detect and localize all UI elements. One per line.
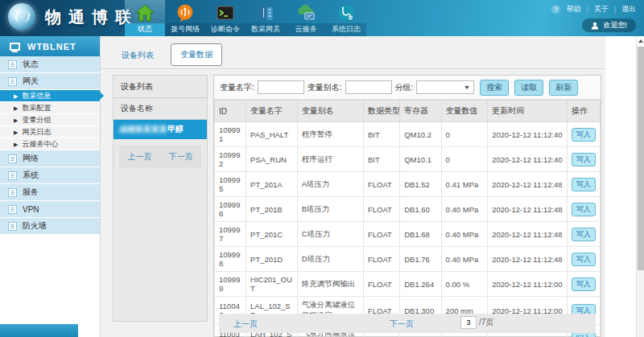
variable-table-panel: 变量名字: 变量别名: 分组: 搜索 读取 刷新 ID 变量名字 变量别名 数据… [213,75,601,337]
write-button[interactable]: 写入 [572,277,596,291]
vertical-scrollbar[interactable] [636,36,644,337]
submenu-item-label: 网关日志 [22,127,51,138]
about-link[interactable]: 关于 [594,4,609,14]
table-cell: DB1.52 [400,172,441,197]
sidebar-item-network[interactable]: 网络 [0,150,100,167]
top-nav: 状态 拨号网络 诊断命令 数采网关 云服务 [125,0,366,36]
operation-cell: 写入 [567,197,600,222]
sidebar-item-vpn[interactable]: VPN [0,201,100,218]
group-select[interactable] [416,80,474,94]
nav-item-cloud-service[interactable]: 云服务 [286,0,326,36]
table-cell: DB1.68 [400,222,441,247]
system-log-icon [336,0,356,23]
welcome-badge[interactable]: 欢迎您! [582,18,636,32]
table-cell: 0.40 MPa [441,247,488,272]
table-cell: 0.00 % [441,272,488,297]
sidebar-footer-bar [0,324,78,337]
write-button[interactable]: 写入 [572,153,596,166]
terminal-icon [216,0,235,23]
filter-bar: 变量名字: 变量别名: 分组: 搜索 读取 刷新 [214,76,601,100]
sidebar-item-status[interactable]: 状态 [0,56,100,73]
write-button[interactable]: 写入 [572,228,596,241]
variable-name-input[interactable] [258,80,304,94]
help-link[interactable]: 帮助 [566,4,580,14]
list-icon [8,205,17,214]
page-number-input[interactable] [460,316,477,329]
col-register: 寄存器 [400,101,441,122]
list-icon [8,171,17,180]
table-cell: PT_201C [246,222,298,247]
user-icon [591,22,599,30]
table-cell: FLOAT [363,172,399,197]
logout-link[interactable]: 退出 [621,4,636,14]
variable-name-label: 变量名字: [220,82,254,93]
sidebar-item-gateway[interactable]: 网关 [0,73,100,90]
variable-alias-label: 变量别名: [308,82,342,93]
nav-item-status[interactable]: 状态 [125,0,165,36]
submenu-item-variable-group[interactable]: ▶ 变量分组 [0,114,100,126]
left-sidebar: WTBLNET 状态 网关 ▶ 数采信息 ▶ 数采配置 ▶ 变量分组 ▶ 网关日… [0,36,101,337]
table-cell: 2020-12-12 11:12:48 [488,247,568,272]
table-cell: HIC201_OUT [246,272,298,297]
col-variable-value: 变量数值 [441,101,488,122]
device-next-page-link[interactable]: 下一页 [169,151,193,162]
submenu-item-label: 数采配置 [22,103,51,113]
sidebar-item-label: 状态 [23,59,39,70]
tab-variable-data[interactable]: 变量数据 [171,43,222,66]
list-icon [8,188,17,197]
write-button[interactable]: 写入 [572,128,596,142]
table-cell: FLOAT [363,222,399,247]
table-cell: PT_201A [246,172,298,197]
help-icon: ? [551,5,560,14]
submenu-item-gateway-log[interactable]: ▶ 网关日志 [0,126,100,138]
refresh-button[interactable]: 刷新 [549,80,578,96]
main-content: 设备列表 变量数据 设备列表 设备名称 成都某某某某甲醇 上一页 下一页 变量名… [101,36,605,337]
table-cell: FLOAT [363,247,399,272]
table-cell: 109991 [215,122,246,147]
submenu-item-data-config[interactable]: ▶ 数采配置 [0,102,100,114]
table-cell: PAS_HALT [246,122,298,147]
sidebar-item-firewall[interactable]: 防火墙 [0,218,100,235]
device-prev-page-link[interactable]: 上一页 [128,151,152,162]
sidebar-item-service[interactable]: 服务 [0,184,100,201]
next-page-link[interactable]: 下一页 [390,319,414,330]
device-list-item[interactable]: 成都某某某某甲醇 [114,120,207,139]
nav-item-diagnostic[interactable]: 诊断命令 [205,0,246,36]
nav-item-gateway[interactable]: 数采网关 [246,0,286,36]
col-update-time: 更新时间 [488,101,568,122]
monitor-icon [10,43,20,51]
sidebar-item-label: 网络 [23,153,39,164]
submenu-item-label: 云服务中心 [22,139,58,150]
tab-device-list[interactable]: 设备列表 [113,45,163,66]
sidebar-item-system[interactable]: 系统 [0,167,100,184]
variable-table: ID 变量名字 变量别名 数据类型 寄存器 变量数值 更新时间 操作 10999… [214,100,601,337]
table-cell: FLOAT [363,272,399,297]
table-row: 109995PT_201AA塔压力FLOATDB1.520.41 MPa2020… [215,172,601,197]
scroll-up-button[interactable] [637,36,644,46]
table-cell: BIT [363,122,399,147]
welcome-text: 欢迎您! [603,20,627,31]
submenu-item-data-info[interactable]: ▶ 数采信息 [0,90,100,102]
scrollbar-thumb[interactable] [638,47,644,270]
write-button[interactable]: 写入 [572,253,596,266]
operation-cell: 写入 [567,222,600,247]
top-links: ? 帮助 | 关于 | 退出 [551,4,636,14]
table-cell: 109996 [215,197,246,222]
device-name-clear: 甲醇 [167,125,184,134]
device-list-panel: 设备列表 设备名称 成都某某某某甲醇 上一页 下一页 [113,75,208,322]
write-button[interactable]: 写入 [572,203,596,216]
logo-globe-icon [8,3,35,31]
write-button[interactable]: 写入 [572,178,596,191]
search-button[interactable]: 搜索 [480,80,509,96]
variable-alias-input[interactable] [345,80,392,94]
caret-right-icon: ▶ [14,129,18,135]
col-data-type: 数据类型 [363,101,399,122]
read-button[interactable]: 读取 [514,80,543,96]
submenu-item-label: 变量分组 [22,115,51,125]
nav-item-dial-network[interactable]: 拨号网络 [165,0,205,36]
submenu-item-cloud-center[interactable]: ▶ 云服务中心 [0,138,100,150]
table-header-row: ID 变量名字 变量别名 数据类型 寄存器 变量数值 更新时间 操作 [215,101,601,122]
table-cell: 2020-12-12 11:12:40 [488,147,568,172]
nav-item-system-log[interactable]: 系统日志 [326,0,366,36]
prev-page-link[interactable]: 上一页 [233,319,258,330]
